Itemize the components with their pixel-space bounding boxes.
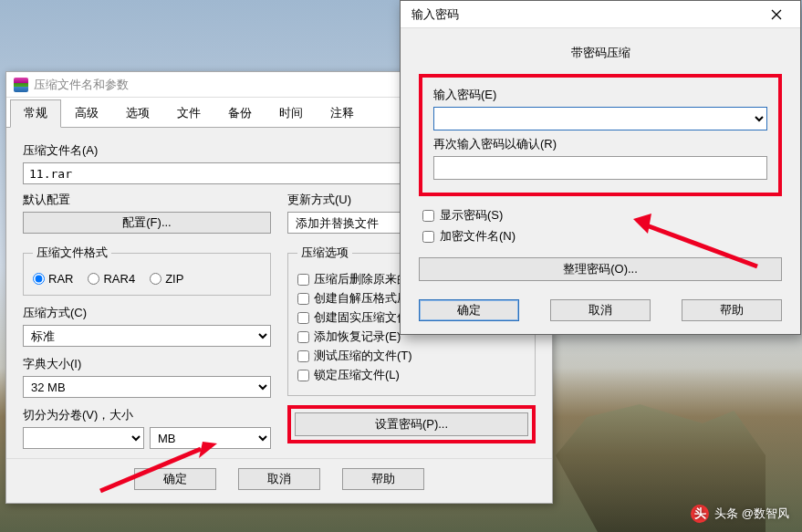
set-password-highlight: 设置密码(P)... [287,405,536,443]
help-button[interactable]: 帮助 [342,468,424,490]
watermark-logo-icon: 头 [691,505,709,523]
split-size-select[interactable] [23,427,144,449]
encrypt-names-checkbox[interactable]: 加密文件名(N) [422,228,782,245]
show-password-checkbox[interactable]: 显示密码(S) [422,207,782,224]
format-rar[interactable]: RAR [33,272,73,286]
pwd-ok-button[interactable]: 确定 [419,299,519,321]
pwd-help-button[interactable]: 帮助 [682,299,782,321]
tab-options[interactable]: 选项 [112,99,163,127]
watermark: 头 头条 @数智风 [691,505,789,523]
tab-time[interactable]: 时间 [266,99,317,127]
confirm-password-label: 再次输入密码以确认(R) [433,136,767,152]
method-label: 压缩方式(C) [23,305,271,321]
dict-label: 字典大小(I) [23,356,271,372]
password-dialog-title: 输入密码 [411,6,459,23]
set-password-button[interactable]: 设置密码(P)... [295,412,528,436]
password-dialog-titlebar: 输入密码 [401,1,800,28]
pwd-cancel-button[interactable]: 取消 [550,299,651,321]
dialog-title: 压缩文件名和参数 [34,72,129,98]
format-legend: 压缩文件格式 [33,245,111,261]
password-dialog: 输入密码 带密码压缩 输入密码(E) 再次输入密码以确认(R) 显示密码(S) … [400,0,801,335]
tab-advanced[interactable]: 高级 [61,99,112,127]
password-heading: 带密码压缩 [419,45,782,61]
opt-test[interactable]: 测试压缩的文件(T) [297,348,526,364]
tab-backup[interactable]: 备份 [214,99,266,127]
close-button[interactable] [760,4,793,26]
tab-general[interactable]: 常规 [10,99,61,128]
format-rar4[interactable]: RAR4 [88,272,135,286]
options-legend: 压缩选项 [297,245,352,261]
ok-button[interactable]: 确定 [134,468,216,490]
enter-password-input[interactable] [433,107,767,130]
tab-comment[interactable]: 注释 [317,99,368,127]
dict-size-select[interactable]: 32 MB [23,376,271,398]
enter-password-label: 输入密码(E) [433,87,767,103]
cancel-button[interactable]: 取消 [238,468,320,490]
default-profile-label: 默认配置 [23,192,271,208]
compression-method-select[interactable]: 标准 [23,325,271,347]
format-zip[interactable]: ZIP [150,272,183,286]
organize-passwords-button[interactable]: 整理密码(O)... [419,257,782,281]
split-label: 切分为分卷(V)，大小 [23,407,271,423]
profiles-button[interactable]: 配置(F)... [23,212,271,234]
close-icon [771,9,782,20]
winrar-icon [14,78,28,92]
confirm-password-input[interactable] [433,156,767,180]
watermark-text: 头条 @数智风 [714,506,789,522]
split-unit-select[interactable]: MB [150,427,271,449]
password-fields-highlight: 输入密码(E) 再次输入密码以确认(R) [419,74,782,196]
tab-files[interactable]: 文件 [163,99,214,127]
opt-lock[interactable]: 锁定压缩文件(L) [297,367,526,383]
